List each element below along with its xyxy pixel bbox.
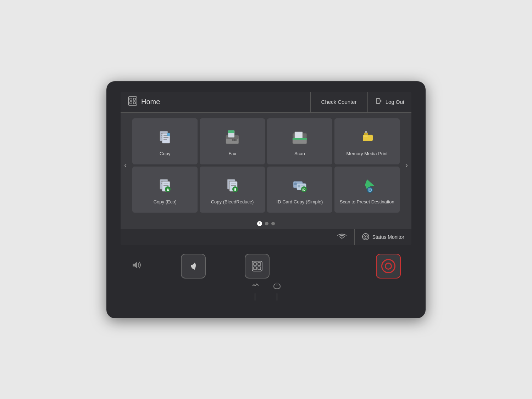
svg-point-20 (235, 140, 236, 141)
svg-rect-1 (130, 98, 132, 100)
home-icon (128, 96, 138, 108)
power-indicator-icon (273, 282, 281, 292)
id-card-icon: ID (289, 175, 310, 196)
speaker-icon (131, 261, 142, 271)
svg-point-60 (365, 236, 366, 237)
svg-point-45 (294, 182, 297, 185)
copy-eco-icon: E (154, 175, 176, 196)
data-cable (255, 293, 255, 300)
status-monitor-icon (362, 233, 370, 242)
fax-icon (222, 127, 243, 148)
svg-rect-27 (365, 131, 367, 133)
svg-rect-13 (167, 133, 170, 136)
header-bar: Home Check Counter Log Out (121, 92, 411, 113)
copy-eco-label: Copy (Eco) (154, 199, 177, 205)
svg-rect-50 (301, 185, 305, 186)
hw-buttons-area (121, 247, 411, 282)
stop-button[interactable] (376, 254, 401, 279)
memory-media-label: Memory Media Print (347, 151, 388, 157)
svg-rect-4 (133, 102, 135, 104)
screen: Home Check Counter Log Out ‹ (121, 92, 411, 245)
logout-label: Log Out (386, 99, 404, 105)
scan-preset-label: Scan to Preset Destination (340, 199, 394, 205)
copy-icon (154, 127, 176, 148)
home-button[interactable]: Home (121, 92, 311, 112)
check-counter-button[interactable]: Check Counter (311, 92, 368, 112)
scan-icon (289, 127, 310, 148)
copy-bleed-tile[interactable]: Copy (BleedReduce) (200, 167, 265, 213)
status-bar: Status Monitor (121, 229, 411, 245)
svg-rect-64 (258, 263, 261, 265)
status-monitor-label: Status Monitor (372, 234, 404, 240)
prev-arrow[interactable]: ‹ (121, 161, 130, 170)
svg-marker-61 (133, 262, 137, 268)
copy-tile[interactable]: Copy (132, 118, 198, 164)
svg-point-57 (369, 189, 371, 191)
app-grid: Copy (130, 116, 401, 215)
logout-icon (375, 97, 383, 107)
fax-tile[interactable]: Fax (200, 118, 265, 164)
page-dot-2[interactable] (265, 222, 268, 225)
svg-rect-65 (254, 267, 256, 270)
copy-label: Copy (160, 151, 170, 157)
copy-eco-tile[interactable]: E Copy (Eco) (132, 167, 198, 213)
svg-rect-28 (364, 135, 368, 137)
power-indicator (273, 282, 281, 300)
copy-bleed-label: Copy (BleedReduce) (211, 199, 254, 205)
svg-rect-23 (295, 132, 303, 138)
svg-rect-0 (128, 97, 137, 105)
svg-rect-24 (293, 138, 307, 140)
svg-point-49 (298, 185, 300, 187)
svg-rect-2 (133, 98, 135, 100)
scan-preset-tile[interactable]: Scan to Preset Destination (334, 167, 400, 213)
indicator-lights (121, 282, 411, 304)
svg-point-19 (233, 140, 234, 141)
wifi-area (121, 229, 355, 245)
id-card-tile[interactable]: ID ID Card Copy (Simple) (267, 167, 332, 213)
svg-rect-63 (254, 263, 256, 265)
status-monitor-button[interactable]: Status Monitor (355, 229, 411, 245)
sleep-button[interactable] (181, 254, 206, 279)
page-dot-1[interactable]: 1 (257, 221, 262, 226)
svg-text:ID: ID (302, 188, 306, 191)
logout-button[interactable]: Log Out (368, 92, 411, 112)
preset-dest-icon (356, 175, 378, 196)
home-label: Home (141, 98, 160, 106)
svg-rect-3 (130, 102, 132, 104)
wifi-icon (337, 233, 347, 242)
data-indicator-icon (251, 282, 259, 292)
device-body: Home Check Counter Log Out ‹ (106, 81, 426, 318)
copy-bleed-icon (222, 175, 243, 196)
data-indicator (251, 282, 259, 300)
svg-rect-17 (228, 130, 234, 133)
page-dot-3[interactable] (271, 222, 275, 225)
svg-rect-18 (232, 139, 237, 141)
memory-media-tile[interactable]: Memory Media Print (334, 118, 400, 164)
stop-inner-ring (385, 263, 392, 270)
check-counter-label: Check Counter (321, 99, 357, 105)
svg-text:E: E (167, 187, 169, 191)
stop-icon (381, 259, 395, 273)
scan-label: Scan (294, 151, 305, 157)
home-hw-button[interactable] (245, 254, 270, 279)
next-arrow[interactable]: › (402, 161, 411, 170)
fax-label: Fax (228, 151, 236, 157)
scan-tile[interactable]: Scan (267, 118, 332, 164)
grid-area: ‹ (121, 113, 411, 218)
power-cable (277, 293, 277, 300)
pagination: 1 (121, 218, 411, 229)
id-card-label: ID Card Copy (Simple) (277, 199, 323, 205)
memory-icon (356, 127, 378, 148)
svg-rect-66 (258, 267, 261, 270)
